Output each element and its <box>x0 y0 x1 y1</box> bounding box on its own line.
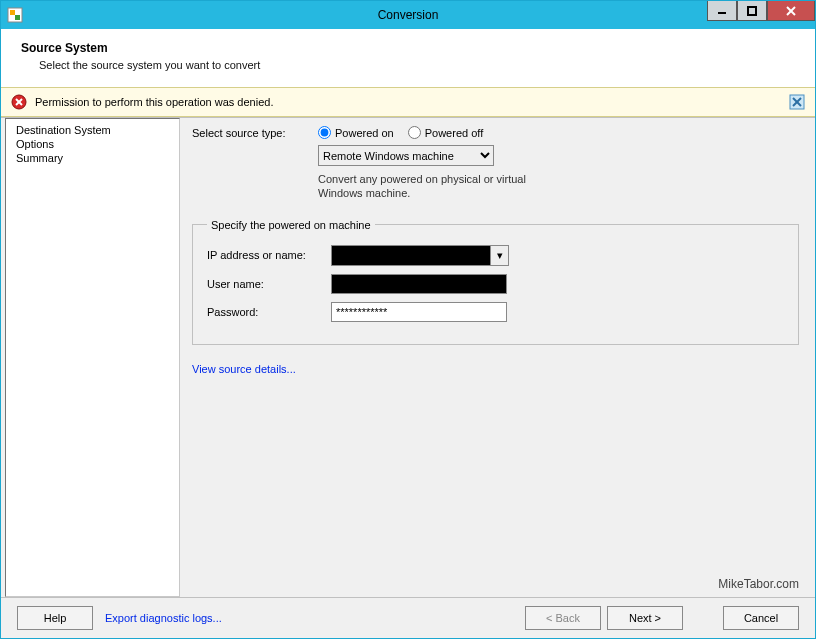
password-input[interactable] <box>331 302 507 322</box>
wizard-footer: Help Export diagnostic logs... < Back Ne… <box>1 597 815 638</box>
password-label: Password: <box>207 306 331 318</box>
error-icon <box>11 94 27 110</box>
machine-type-select[interactable]: Remote Windows machine <box>318 145 494 166</box>
ip-input[interactable] <box>332 246 490 265</box>
back-button[interactable]: < Back <box>525 606 601 630</box>
export-logs-link[interactable]: Export diagnostic logs... <box>105 612 222 624</box>
wizard-steps: Destination System Options Summary <box>5 118 180 597</box>
powered-off-label: Powered off <box>425 127 484 139</box>
wizard-header: Source System Select the source system y… <box>1 29 815 87</box>
help-button[interactable]: Help <box>17 606 93 630</box>
ip-combobox[interactable]: ▾ <box>331 245 509 266</box>
powered-off-radio[interactable] <box>408 126 421 139</box>
next-button[interactable]: Next > <box>607 606 683 630</box>
source-hint: Convert any powered on physical or virtu… <box>318 172 568 201</box>
page-subtitle: Select the source system you want to con… <box>39 59 795 71</box>
machine-group: Specify the powered on machine IP addres… <box>192 219 799 345</box>
alert-close-icon[interactable] <box>789 94 805 110</box>
view-source-details-link[interactable]: View source details... <box>192 363 296 375</box>
page-title: Source System <box>21 41 795 55</box>
window-title: Conversion <box>1 8 815 22</box>
watermark: MikeTabor.com <box>718 577 799 591</box>
step-destination[interactable]: Destination System <box>8 123 177 137</box>
conversion-window: Conversion Source System Select the sour… <box>0 0 816 639</box>
step-summary[interactable]: Summary <box>8 151 177 165</box>
wizard-body: Destination System Options Summary Selec… <box>1 117 815 597</box>
wizard-content: Select source type: Powered on Powered o… <box>184 118 815 597</box>
source-type-label: Select source type: <box>192 127 318 139</box>
step-options[interactable]: Options <box>8 137 177 151</box>
alert-message: Permission to perform this operation was… <box>35 96 273 108</box>
alert-bar: Permission to perform this operation was… <box>1 87 815 117</box>
powered-on-label: Powered on <box>335 127 394 139</box>
ip-label: IP address or name: <box>207 249 331 261</box>
titlebar[interactable]: Conversion <box>1 1 815 29</box>
chevron-down-icon[interactable]: ▾ <box>490 246 508 265</box>
machine-group-legend: Specify the powered on machine <box>207 219 375 231</box>
powered-on-radio[interactable] <box>318 126 331 139</box>
cancel-button[interactable]: Cancel <box>723 606 799 630</box>
username-input[interactable] <box>331 274 507 294</box>
username-label: User name: <box>207 278 331 290</box>
